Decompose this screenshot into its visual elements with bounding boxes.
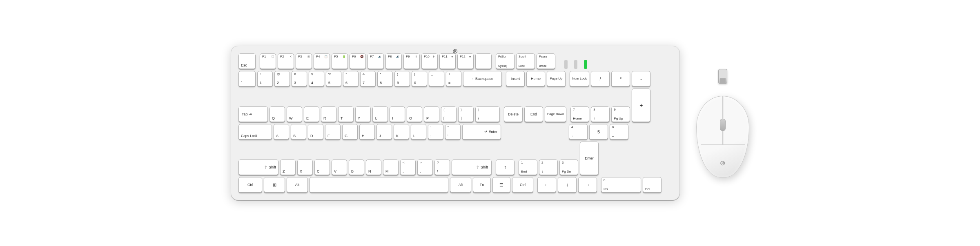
key-semicolon[interactable]: : ; [428, 124, 443, 140]
key-b[interactable]: B [349, 160, 364, 175]
key-2[interactable]: @ 2 [274, 71, 290, 86]
key-f10[interactable]: F10 ⏵ [421, 53, 438, 69]
key-4[interactable]: $ 4 [309, 71, 324, 86]
key-fn[interactable]: Fn [473, 177, 491, 193]
key-caps-lock[interactable]: Caps Lock [238, 124, 272, 140]
key-f8[interactable]: F8 🔊 [385, 53, 402, 69]
key-minus[interactable]: _ - [429, 71, 444, 86]
key-prtscr[interactable]: PrtScr SysRq [496, 53, 514, 69]
key-num-dot[interactable]: . Del [643, 177, 662, 193]
key-ctrl-left[interactable]: Ctrl [238, 177, 262, 193]
key-num-4[interactable]: 4 ← [569, 124, 588, 140]
key-g[interactable]: G [342, 124, 358, 140]
key-f6[interactable]: F6 🔇 [350, 53, 366, 69]
key-num-2[interactable]: 2 ↓ [539, 160, 558, 175]
key-o[interactable]: O [407, 106, 422, 122]
key-num-6[interactable]: 6 – [610, 124, 628, 140]
key-num-3[interactable]: 3 Pg Dn [559, 160, 578, 175]
key-backtick[interactable]: ~ ` [238, 71, 256, 86]
key-r[interactable]: R [321, 106, 336, 122]
key-f9[interactable]: F9 ⏸ [403, 53, 420, 69]
key-f2[interactable]: F2 ✕ [278, 53, 294, 69]
key-8[interactable]: * 8 [377, 71, 393, 86]
key-home[interactable]: Home [526, 71, 545, 86]
key-q[interactable]: Q [270, 106, 285, 122]
key-arrow-right[interactable]: → [578, 177, 597, 193]
key-w[interactable]: W [287, 106, 302, 122]
key-quote[interactable]: " ' [445, 124, 461, 140]
key-6[interactable]: ^ 6 [343, 71, 359, 86]
key-shift-right[interactable]: ⇧ Shift [452, 160, 492, 175]
key-n[interactable]: N [366, 160, 381, 175]
key-arrow-down[interactable]: ↓ [558, 177, 577, 193]
key-enter[interactable]: ↵ Enter [462, 124, 501, 140]
key-menu[interactable]: ☰ [492, 177, 510, 193]
key-f[interactable]: F [325, 124, 341, 140]
key-num-minus[interactable]: - [632, 71, 650, 86]
key-num-plus[interactable]: + [632, 89, 650, 122]
key-pause[interactable]: Pause Break [537, 53, 555, 69]
key-h[interactable]: H [359, 124, 375, 140]
key-9[interactable]: ( 9 [394, 71, 410, 86]
key-a[interactable]: A [274, 124, 289, 140]
key-period[interactable]: > . [417, 160, 433, 175]
key-tab[interactable]: Tab ⇥ [238, 106, 268, 122]
key-num-asterisk[interactable]: * [611, 71, 630, 86]
key-alt-right[interactable]: Alt [450, 177, 471, 193]
key-z[interactable]: Z [280, 160, 296, 175]
key-0[interactable]: ) 0 [412, 71, 427, 86]
key-f11[interactable]: F11 ⏮ [439, 53, 456, 69]
key-x[interactable]: X [297, 160, 313, 175]
key-rbracket[interactable]: } ] [458, 106, 474, 122]
key-scroll-lock[interactable]: Scroll Lock [516, 53, 535, 69]
mouse-scroll-wheel[interactable] [720, 119, 726, 131]
key-m[interactable]: M [383, 160, 399, 175]
key-equals[interactable]: + = [446, 71, 461, 86]
key-num-enter[interactable]: Enter [580, 142, 599, 175]
key-1[interactable]: ! 1 [257, 71, 273, 86]
key-page-up[interactable]: Page Up [547, 71, 566, 86]
key-s[interactable]: S [291, 124, 306, 140]
key-k[interactable]: K [394, 124, 409, 140]
key-num-lock[interactable]: Num Lock [570, 71, 589, 86]
key-slash[interactable]: ? / [434, 160, 450, 175]
key-arrow-left[interactable]: ← [537, 177, 556, 193]
key-t[interactable]: T [338, 106, 354, 122]
key-delete[interactable]: Delete [504, 106, 523, 122]
key-alt-left[interactable]: Alt [287, 177, 308, 193]
key-7[interactable]: & 7 [360, 71, 376, 86]
key-end[interactable]: End [524, 106, 543, 122]
key-e[interactable]: E [304, 106, 319, 122]
key-num-7[interactable]: 7 Home [570, 106, 589, 122]
key-u[interactable]: U [372, 106, 388, 122]
key-num-8[interactable]: 8 ↑ [591, 106, 610, 122]
key-insert[interactable]: Insert [506, 71, 525, 86]
key-space[interactable] [310, 177, 448, 193]
key-page-down[interactable]: Page Down [545, 106, 566, 122]
key-num-5[interactable]: 5 [589, 124, 608, 140]
key-lbracket[interactable]: { [ [441, 106, 457, 122]
key-c[interactable]: C [314, 160, 330, 175]
key-y[interactable]: Y [355, 106, 371, 122]
key-f4[interactable]: F4 📋 [314, 53, 330, 69]
key-3[interactable]: # 3 [292, 71, 307, 86]
key-ctrl-right[interactable]: Ctrl [512, 177, 533, 193]
key-arrow-up[interactable]: ↑ [496, 160, 514, 175]
key-f12[interactable]: F12 ⏭ [457, 53, 474, 69]
key-v[interactable]: V [332, 160, 347, 175]
key-num-slash[interactable]: / [591, 71, 610, 86]
key-f5[interactable]: F5 🔋 [332, 53, 348, 69]
key-5[interactable]: % 5 [326, 71, 341, 86]
key-i[interactable]: I [390, 106, 405, 122]
key-esc[interactable]: Esc [238, 53, 256, 69]
key-d[interactable]: D [308, 124, 323, 140]
key-l[interactable]: L [411, 124, 426, 140]
key-num-1[interactable]: 1 End [519, 160, 537, 175]
key-f7[interactable]: F7 🔉 [368, 53, 384, 69]
key-j[interactable]: J [376, 124, 392, 140]
key-num-9[interactable]: 9 Pg Up [611, 106, 630, 122]
key-backspace[interactable]: ←Backspace [463, 71, 502, 86]
key-f1[interactable]: F1 ☐ [260, 53, 276, 69]
key-win[interactable]: ⊞ [264, 177, 285, 193]
key-comma[interactable]: < , [400, 160, 416, 175]
